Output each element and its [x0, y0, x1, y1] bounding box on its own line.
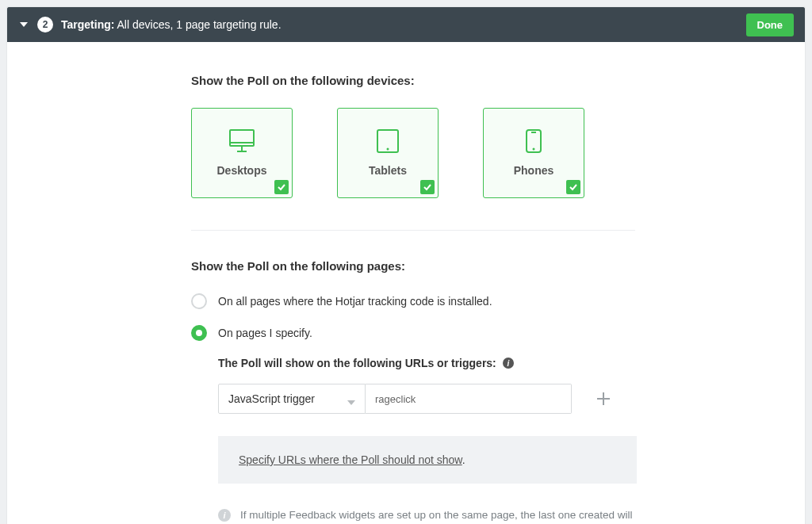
step-number: 2: [37, 17, 53, 33]
device-label: Desktops: [216, 164, 266, 177]
trigger-value-input[interactable]: [366, 384, 572, 414]
device-label: Phones: [514, 164, 554, 177]
check-icon: [566, 180, 580, 194]
period: .: [462, 453, 465, 466]
collapse-icon[interactable]: [18, 19, 29, 30]
done-button[interactable]: Done: [746, 13, 795, 36]
radio-all-pages[interactable]: On all pages where the Hotjar tracking c…: [191, 293, 757, 309]
info-icon: i: [218, 509, 231, 522]
add-trigger-button[interactable]: [594, 389, 613, 408]
header-summary: All devices, 1 page targeting rule.: [117, 18, 282, 31]
svg-point-8: [533, 148, 535, 151]
device-label: Tablets: [369, 164, 407, 177]
divider: [191, 230, 635, 231]
check-icon: [420, 180, 435, 194]
devices-heading: Show the Poll on the following devices:: [191, 74, 757, 87]
check-icon: [274, 180, 289, 194]
radio-icon[interactable]: [191, 325, 207, 341]
header-title-label: Targeting:: [61, 18, 114, 31]
exclude-link[interactable]: Specify URLs where the Poll should not s…: [239, 453, 462, 466]
desktop-icon: [229, 129, 255, 153]
svg-point-5: [387, 148, 389, 151]
device-card-desktops[interactable]: Desktops: [191, 108, 293, 198]
info-icon[interactable]: i: [503, 358, 514, 369]
pages-heading: Show the Poll on the following pages:: [191, 259, 757, 273]
triggers-heading-label: The Poll will show on the following URLs…: [218, 357, 496, 369]
trigger-type-select[interactable]: JavaScript trigger: [218, 384, 366, 414]
radio-icon[interactable]: [191, 293, 207, 309]
phone-icon: [526, 129, 542, 153]
note: i If multiple Feedback widgets are set u…: [218, 507, 637, 524]
radio-label: On pages I specify.: [218, 327, 312, 339]
triggers-heading: The Poll will show on the following URLs…: [218, 357, 757, 369]
device-card-tablets[interactable]: Tablets: [337, 108, 439, 198]
exclude-box: Specify URLs where the Poll should not s…: [218, 436, 637, 484]
trigger-type-value: JavaScript trigger: [228, 392, 315, 405]
header-title: Targeting: All devices, 1 page targeting…: [61, 18, 282, 31]
radio-label: On all pages where the Hotjar tracking c…: [218, 295, 492, 308]
radio-specified-pages[interactable]: On pages I specify.: [191, 325, 757, 341]
section-header: 2 Targeting: All devices, 1 page targeti…: [7, 7, 805, 42]
tablet-icon: [377, 129, 399, 153]
note-body: If multiple Feedback widgets are set up …: [240, 509, 633, 524]
chevron-down-icon: [347, 395, 355, 403]
device-card-phones[interactable]: Phones: [483, 108, 584, 198]
note-text: If multiple Feedback widgets are set up …: [240, 507, 637, 524]
